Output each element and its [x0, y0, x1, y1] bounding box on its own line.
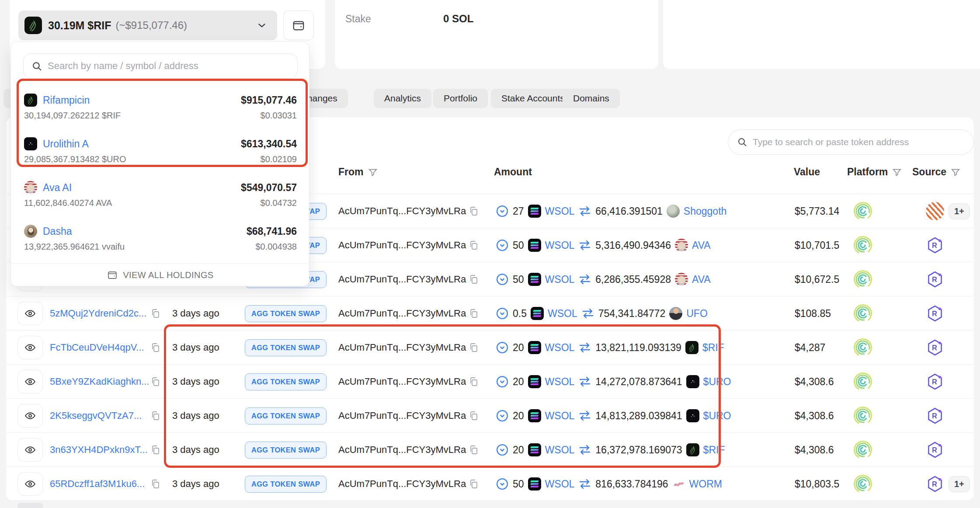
tx-signature-link[interactable]: 65RDczff1af3M1ku6... — [50, 467, 145, 501]
copy-icon[interactable] — [469, 296, 479, 331]
copy-icon[interactable] — [469, 365, 479, 399]
platform-icon[interactable] — [853, 296, 872, 331]
action-badge[interactable]: AGG TOKEN SWAP — [245, 339, 327, 356]
expand-amount-icon[interactable] — [496, 443, 509, 456]
token-out-link[interactable]: Shoggoth — [684, 205, 726, 217]
source-icons[interactable]: R — [926, 365, 944, 399]
token-selector-dropdown-button[interactable]: 30.19M $RIF (~$915,077.46) — [18, 10, 277, 40]
copy-icon[interactable] — [469, 194, 479, 228]
expand-amount-icon[interactable] — [496, 341, 509, 354]
filter-icon[interactable] — [892, 167, 902, 177]
copy-icon[interactable] — [150, 331, 161, 365]
platform-icon[interactable] — [853, 194, 872, 228]
copy-icon[interactable] — [469, 262, 479, 296]
platform-icon[interactable] — [853, 399, 872, 433]
copy-icon[interactable] — [150, 296, 161, 331]
token-out-link[interactable]: WORM — [689, 478, 722, 490]
filter-icon[interactable] — [951, 167, 960, 177]
expand-amount-icon[interactable] — [496, 375, 509, 388]
token-out-link[interactable]: AVA — [692, 240, 711, 251]
holding-item-dasha[interactable]: Dasha $68,741.96 13,922,365.964621 vvaif… — [11, 219, 310, 262]
holding-item-rifampicin[interactable]: Rifampicin $915,077.46 30,194,097.262212… — [11, 87, 310, 131]
source-icons[interactable]: R — [926, 228, 944, 262]
tx-signature-link[interactable]: 3n63YXH4DPxkn9xT... — [50, 433, 148, 467]
wallet-holdings-button[interactable] — [283, 10, 314, 40]
preview-eye-button[interactable] — [17, 370, 43, 393]
token-name-link[interactable]: Ava AI — [43, 182, 72, 194]
token-filter-input[interactable] — [753, 137, 965, 147]
tx-signature-link[interactable]: 2K5kseggvQVTzA7... — [50, 399, 142, 433]
holdings-search-input[interactable] — [48, 60, 289, 72]
token-name-link[interactable]: Urolithin A — [43, 138, 89, 150]
expand-amount-icon[interactable] — [496, 477, 509, 491]
token-in-link[interactable]: WSOL — [545, 444, 575, 456]
copy-icon[interactable] — [469, 467, 479, 501]
holding-item-urolithin[interactable]: Urolithin A $613,340.54 29,085,367.91348… — [11, 131, 310, 175]
token-in-link[interactable]: WSOL — [545, 240, 575, 251]
token-in-link[interactable]: WSOL — [545, 274, 575, 285]
expand-amount-icon[interactable] — [496, 307, 509, 320]
tab-analytics[interactable]: Analytics — [374, 89, 431, 108]
holding-item-ava-ai[interactable]: Ava AI $549,070.57 11,602,846.40274 AVA … — [11, 175, 310, 219]
action-badge[interactable]: AGG TOKEN SWAP — [245, 407, 327, 424]
copy-icon[interactable] — [469, 228, 479, 262]
source-icons[interactable]: R — [926, 296, 944, 331]
preview-eye-button[interactable] — [17, 438, 43, 462]
token-out-link[interactable]: UFO — [686, 308, 708, 320]
token-in-link[interactable]: WSOL — [545, 376, 575, 388]
more-sources-badge[interactable]: 1+ — [949, 203, 970, 219]
platform-icon[interactable] — [853, 365, 872, 399]
copy-icon[interactable] — [150, 365, 161, 399]
tab-portfolio[interactable]: Portfolio — [433, 89, 488, 108]
holdings-search[interactable] — [23, 53, 298, 79]
source-stripes-icon[interactable] — [926, 202, 944, 220]
token-out-link[interactable]: $RIF — [702, 342, 724, 354]
expand-amount-icon[interactable] — [496, 239, 509, 252]
more-sources-badge[interactable]: 1+ — [949, 476, 970, 492]
platform-icon[interactable] — [853, 467, 872, 501]
source-icons[interactable]: R 1+ — [926, 467, 970, 501]
source-icons[interactable]: R — [926, 262, 944, 296]
action-badge[interactable]: AGG TOKEN SWAP — [245, 442, 327, 459]
expand-amount-icon[interactable] — [496, 205, 509, 218]
action-badge[interactable]: AGG TOKEN SWAP — [245, 305, 327, 322]
token-out-link[interactable]: $URO — [703, 376, 731, 388]
copy-icon[interactable] — [150, 433, 161, 467]
platform-icon[interactable] — [853, 262, 872, 296]
source-icons[interactable]: R — [926, 399, 944, 433]
view-all-holdings-button[interactable]: VIEW ALL HOLDINGS — [11, 264, 310, 286]
token-in-link[interactable]: WSOL — [545, 205, 575, 217]
tx-signature-link[interactable]: 5BxeY9ZKadKiaghkn... — [50, 365, 149, 399]
token-name-link[interactable]: Dasha — [43, 226, 72, 237]
token-in-link[interactable]: WSOL — [548, 308, 577, 320]
token-out-link[interactable]: $URO — [703, 410, 731, 422]
token-in-link[interactable]: WSOL — [545, 478, 575, 490]
source-icons[interactable]: 1+ — [926, 194, 970, 228]
platform-icon[interactable] — [853, 433, 872, 467]
expand-amount-icon[interactable] — [496, 409, 509, 422]
preview-eye-button[interactable] — [17, 336, 43, 359]
token-in-link[interactable]: WSOL — [545, 342, 575, 354]
token-filter-search[interactable] — [728, 129, 974, 155]
source-icons[interactable]: R — [926, 433, 944, 467]
token-name-link[interactable]: Rifampicin — [43, 94, 90, 106]
action-badge[interactable]: AGG TOKEN SWAP — [245, 476, 327, 493]
copy-icon[interactable] — [469, 331, 479, 365]
preview-eye-button[interactable] — [17, 302, 43, 325]
platform-icon[interactable] — [853, 228, 872, 262]
token-out-link[interactable]: AVA — [692, 274, 711, 285]
action-badge[interactable]: AGG TOKEN SWAP — [245, 373, 327, 390]
token-in-link[interactable]: WSOL — [545, 410, 575, 422]
copy-icon[interactable] — [469, 399, 479, 433]
copy-icon[interactable] — [150, 467, 161, 501]
tx-signature-link[interactable]: 5zMQuj2YdreniCd2c... — [50, 296, 146, 331]
filter-icon[interactable] — [368, 167, 378, 177]
tab-domains[interactable]: Domains — [563, 89, 620, 108]
source-icons[interactable]: R — [926, 331, 944, 365]
platform-icon[interactable] — [853, 331, 872, 365]
tx-signature-link[interactable]: FcTbCeuDVeH4qpV... — [50, 331, 144, 365]
copy-icon[interactable] — [150, 399, 161, 433]
token-out-link[interactable]: $RIF — [703, 444, 725, 456]
expand-amount-icon[interactable] — [496, 273, 509, 286]
preview-eye-button[interactable] — [17, 404, 43, 428]
